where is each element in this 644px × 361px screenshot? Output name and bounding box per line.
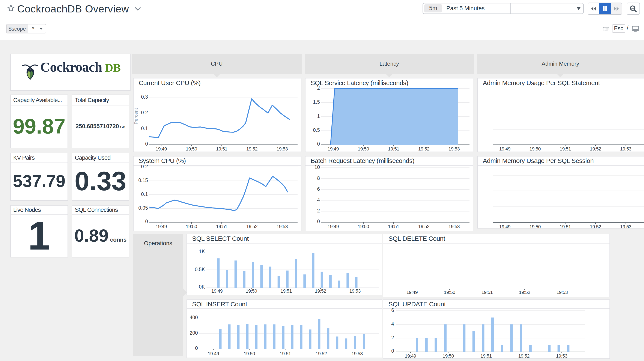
- svg-text:19:51: 19:51: [388, 146, 400, 152]
- svg-text:19:51: 19:51: [560, 224, 571, 229]
- svg-text:19:53: 19:53: [276, 224, 288, 229]
- svg-text:0.5K: 0.5K: [195, 267, 205, 272]
- svg-text:19:52: 19:52: [316, 351, 327, 356]
- svg-text:8: 8: [317, 175, 320, 181]
- svg-text:0: 0: [195, 345, 198, 351]
- svg-text:0.5: 0.5: [313, 127, 320, 133]
- svg-text:19:49: 19:49: [156, 224, 167, 229]
- svg-text:19:50: 19:50: [530, 146, 541, 152]
- svg-text:19:50: 19:50: [244, 351, 255, 356]
- svg-text:19:51: 19:51: [482, 290, 493, 295]
- svg-text:0: 0: [317, 141, 320, 147]
- svg-text:2: 2: [391, 335, 394, 340]
- svg-text:19:52: 19:52: [246, 224, 258, 229]
- svg-text:19:53: 19:53: [350, 288, 361, 294]
- svg-text:19:52: 19:52: [418, 224, 430, 229]
- svg-text:19:53: 19:53: [620, 146, 632, 152]
- svg-text:19:51: 19:51: [216, 224, 228, 229]
- svg-text:19:50: 19:50: [358, 224, 369, 229]
- svg-text:19:49: 19:49: [405, 353, 416, 359]
- svg-text:2: 2: [317, 208, 320, 214]
- svg-text:19:49: 19:49: [208, 351, 219, 356]
- svg-text:19:53: 19:53: [556, 353, 568, 359]
- svg-text:0.2: 0.2: [141, 110, 148, 115]
- svg-text:19:49: 19:49: [406, 290, 418, 295]
- svg-text:19:53: 19:53: [448, 146, 460, 152]
- svg-text:0.05: 0.05: [138, 205, 148, 211]
- svg-text:0.1: 0.1: [141, 126, 148, 131]
- svg-text:4: 4: [317, 197, 320, 203]
- svg-text:0.2: 0.2: [141, 164, 148, 169]
- svg-text:19:49: 19:49: [156, 146, 167, 152]
- svg-text:19:53: 19:53: [352, 351, 363, 356]
- svg-text:19:49: 19:49: [499, 224, 511, 229]
- svg-text:19:49: 19:49: [212, 288, 223, 294]
- svg-text:6: 6: [317, 186, 320, 192]
- svg-text:10: 10: [314, 164, 320, 170]
- svg-text:19:53: 19:53: [556, 290, 568, 295]
- svg-text:19:51: 19:51: [388, 224, 400, 229]
- svg-text:19:49: 19:49: [328, 224, 339, 229]
- svg-text:0K: 0K: [199, 284, 205, 290]
- svg-text:19:52: 19:52: [418, 146, 430, 152]
- svg-text:0: 0: [145, 141, 148, 147]
- svg-text:19:49: 19:49: [499, 146, 511, 152]
- svg-text:19:51: 19:51: [280, 351, 291, 356]
- svg-text:19:51: 19:51: [480, 353, 492, 359]
- svg-text:4: 4: [391, 321, 394, 327]
- svg-text:19:52: 19:52: [590, 146, 601, 152]
- svg-text:19:50: 19:50: [530, 224, 541, 229]
- svg-text:19:52: 19:52: [590, 224, 601, 229]
- svg-text:0: 0: [317, 219, 320, 224]
- svg-text:0.15: 0.15: [138, 178, 148, 183]
- svg-text:0: 0: [145, 219, 148, 224]
- svg-text:19:50: 19:50: [186, 224, 197, 229]
- svg-text:19:50: 19:50: [246, 288, 257, 294]
- svg-text:19:53: 19:53: [448, 224, 460, 229]
- svg-text:0.3: 0.3: [141, 94, 148, 100]
- svg-text:1.5: 1.5: [313, 99, 320, 105]
- svg-text:1: 1: [317, 114, 320, 119]
- svg-text:200: 200: [190, 330, 198, 336]
- svg-text:2: 2: [317, 85, 320, 91]
- svg-text:19:51: 19:51: [280, 288, 292, 294]
- svg-text:19:51: 19:51: [216, 146, 228, 152]
- svg-text:6: 6: [391, 308, 394, 313]
- svg-text:Percent: Percent: [134, 108, 139, 124]
- svg-text:400: 400: [190, 315, 198, 320]
- svg-text:19:53: 19:53: [620, 224, 632, 229]
- svg-text:19:50: 19:50: [186, 146, 197, 152]
- svg-text:1K: 1K: [199, 249, 205, 254]
- svg-text:19:53: 19:53: [276, 146, 288, 152]
- svg-text:19:52: 19:52: [519, 290, 530, 295]
- svg-text:19:52: 19:52: [315, 288, 326, 294]
- svg-text:19:52: 19:52: [246, 146, 258, 152]
- svg-text:0: 0: [391, 348, 394, 354]
- svg-text:19:52: 19:52: [518, 353, 530, 359]
- svg-text:19:50: 19:50: [443, 353, 454, 359]
- svg-text:19:51: 19:51: [560, 146, 571, 152]
- svg-text:19:50: 19:50: [358, 146, 369, 152]
- svg-text:19:50: 19:50: [444, 290, 455, 295]
- svg-text:0.1: 0.1: [141, 192, 148, 197]
- svg-text:19:49: 19:49: [328, 146, 339, 152]
